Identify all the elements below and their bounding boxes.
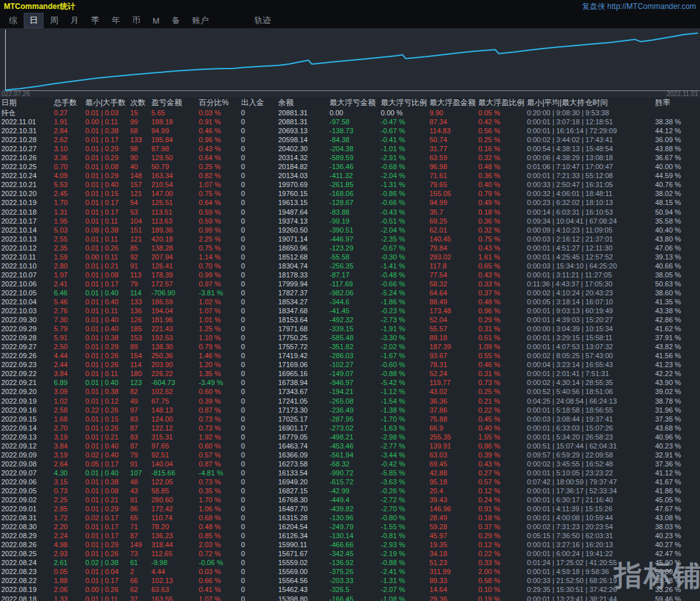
column-header-12[interactable]: 最小|平均|最大持仓时间	[526, 97, 654, 108]
table-row[interactable]: 2022.10.111.590.00 | 0.1192207.941.14 %0…	[0, 252, 700, 261]
cell-trade-count: 40	[126, 162, 149, 171]
menu-item-8[interactable]: 备	[167, 13, 185, 28]
table-row[interactable]: 2022.09.022.250.01 | 0.2191280.601.70 %0…	[0, 495, 700, 504]
menu-item-2[interactable]: 周	[45, 13, 63, 28]
table-row[interactable]: 2022.10.122.350.01 | 0.2685138.280.75 %0…	[0, 243, 700, 252]
table-row[interactable]: 2022.09.151.680.01 | 0.1583124.000.73 %0…	[0, 415, 700, 424]
table-row[interactable]: 2022.08.181.330.01 | 0.1137163.551.07 %0…	[0, 595, 700, 601]
table-row[interactable]: 2022.10.202.450.01 | 0.15121147.000.75 %…	[0, 189, 700, 198]
table-row[interactable]: 2022.08.264.980.01 | 0.29149318.442.03 %…	[0, 540, 700, 549]
table-row[interactable]: 2022.10.215.530.01 | 0.40157210.541.07 %…	[0, 180, 700, 189]
cell-max-float-profit-pct: 0.91 %	[477, 504, 526, 513]
menu-item-7[interactable]: M	[147, 15, 165, 27]
table-row[interactable]: 2022.09.295.790.01 | 0.40185221.431.25 %…	[0, 324, 700, 333]
column-header-3[interactable]: 次数	[126, 97, 149, 108]
table-row[interactable]: 2022.10.032.760.01 | 0.11136194.041.07 %…	[0, 306, 700, 315]
table-row[interactable]: 2022.11.011.910.00 | 0.1199188.180.91 %0…	[0, 117, 700, 126]
table-row[interactable]: 2022.09.232.440.01 | 0.26114203.901.20 %…	[0, 360, 700, 369]
column-header-9[interactable]: 最大浮亏比例	[379, 97, 428, 108]
table-row[interactable]: 2022.10.171.950.01 | 0.11104113.630.59 %…	[0, 217, 700, 226]
table-row[interactable]: 2022.10.263.360.01 | 0.2990129.500.64 %0…	[0, 153, 700, 162]
menu-item-5[interactable]: 年	[106, 13, 125, 28]
cell-max-float-loss: -375.26	[328, 567, 379, 576]
column-header-0[interactable]: 日期	[0, 97, 50, 108]
column-header-2[interactable]: 最小|大手数	[82, 97, 126, 108]
menu-item-trail[interactable]: 轨迹	[249, 13, 276, 28]
cell-deposit-withdraw: 0	[240, 226, 274, 235]
table-row[interactable]: 2022.09.012.850.01 | 0.2986172.421.06 %0…	[0, 504, 700, 513]
table-row[interactable]: 2022.09.082.640.05 | 0.1791140.040.87 %0…	[0, 459, 700, 468]
table-row[interactable]: 2022.10.102.800.01 | 0.2191126.410.70 %0…	[0, 261, 700, 270]
table-row[interactable]: 2022.10.045.460.01 | 0.40133186.591.02 %…	[0, 297, 700, 306]
table-row[interactable]: 2022.10.071.970.01 | 0.08113178.390.99 %…	[0, 270, 700, 279]
table-row[interactable]: 2022.09.285.910.01 | 0.38153192.531.10 %…	[0, 333, 700, 342]
cell-win-rate: 37.91 %	[654, 333, 700, 342]
table-row[interactable]: 2022.09.203.090.01 | 0.3882102.620.60 %0…	[0, 387, 700, 396]
table-row[interactable]: 2022.10.181.310.01 | 0.1753113.510.59 %0…	[0, 208, 700, 217]
column-header-8[interactable]: 最大浮亏金额	[328, 97, 379, 108]
table-row[interactable]: 2022.10.191.700.01 | 0.1754125.510.64 %0…	[0, 198, 700, 207]
cell-win-rate: 40.23 %	[654, 531, 700, 540]
table-row[interactable]: 2022.09.162.580.22 | 0.2697148.130.87 %0…	[0, 406, 700, 415]
menu-item-0[interactable]: 综	[4, 13, 22, 28]
table-row[interactable]: 2022.09.133.190.01 | 0.2183315.311.92 %0…	[0, 432, 700, 441]
cell-balance: 16366.09	[274, 450, 328, 459]
table-row[interactable]: 2022.09.307.300.01 | 0.40126181.961.01 %…	[0, 315, 700, 324]
cell-pnl: 102.62	[149, 387, 194, 396]
table-row[interactable]: 2022.09.074.300.01 | 0.40107-815.66-4.81…	[0, 468, 700, 477]
column-header-5[interactable]: 百分比%	[194, 97, 240, 108]
table-row[interactable]: 2022.09.050.730.01 | 0.084358.850.35 %01…	[0, 486, 700, 495]
site-link[interactable]: 复盘侠 http://MTCommander.com	[582, 1, 696, 12]
cell-date: 2022.10.21	[0, 180, 50, 189]
table-row[interactable]: 2022.08.292.240.01 | 0.1787136.230.85 %0…	[0, 531, 700, 540]
cell-total-lots: 4.44	[50, 351, 82, 360]
table-row[interactable]: 2022.10.056.460.01 | 0.40114-706.90-3.81…	[0, 288, 700, 297]
cell-max-float-profit: 119.77	[428, 378, 477, 387]
table-row[interactable]: 2022.09.123.840.01 | 0.408797.650.60 %01…	[0, 441, 700, 450]
table-row[interactable]: 2022.09.142.700.01 | 0.2687122.120.73 %0…	[0, 424, 700, 432]
table-row[interactable]: 2022.09.191.020.01 | 0.124967.750.39 %01…	[0, 397, 700, 406]
cell-hold-times: 0:04:25 | 24:08:54 | 66:24:13	[526, 397, 654, 406]
menu-item-9[interactable]: 账户	[187, 13, 214, 28]
table-row[interactable]: 2022.08.221.880.01 | 0.1766102.130.66 %0…	[0, 576, 700, 585]
table-row[interactable]: 2022.10.145.030.08 | 0.38151189.360.99 %…	[0, 226, 700, 235]
column-header-10[interactable]: 最大浮盈金额	[428, 97, 477, 108]
menu-item-1[interactable]: 日	[24, 13, 43, 28]
table-row[interactable]: 2022.10.062.410.01 | 0.1779172.570.97 %0…	[0, 279, 700, 288]
table-row[interactable]: 2022.10.273.100.01 | 0.299887.980.43 %02…	[0, 144, 700, 153]
column-header-7[interactable]: 余额	[274, 97, 328, 108]
table-row[interactable]: 2022.09.264.440.01 | 0.26154250.361.46 %…	[0, 351, 700, 360]
cell-deposit-withdraw: 0	[240, 378, 274, 387]
column-header-13[interactable]: 胜率	[654, 97, 700, 108]
column-header-6[interactable]: 出入金	[240, 97, 274, 108]
table-row[interactable]: 2022.10.312.840.01 | 0.386894.990.46 %02…	[0, 126, 700, 135]
table-row[interactable]: 2022.09.223.840.01 | 0.11180226.221.35 %…	[0, 369, 700, 378]
table-row[interactable]: 2022.10.132.550.01 | 0.11121420.182.25 %…	[0, 235, 700, 243]
table-row[interactable]: 2022.10.244.090.01 | 0.29148163.340.82 %…	[0, 171, 700, 180]
cell-trade-count: 85	[126, 243, 149, 252]
cell-minmax-lots: 0.01 | 0.38	[82, 477, 126, 486]
column-header-4[interactable]: 盈亏金额	[149, 97, 194, 108]
cell-deposit-withdraw: 0	[240, 477, 274, 486]
column-header-1[interactable]: 总手数	[50, 97, 82, 108]
menu-item-6[interactable]: 币	[127, 13, 146, 28]
menu-item-4[interactable]: 季	[86, 13, 104, 28]
table-row[interactable]: 2022.08.192.060.00 | 0.266263.630.41 %01…	[0, 585, 700, 594]
column-header-11[interactable]: 最大浮盈比例	[477, 97, 526, 108]
table-row[interactable]: 2022.09.063.150.01 | 0.3848122.050.73 %0…	[0, 477, 700, 486]
table-row[interactable]: 2022.08.252.930.01 | 0.2673112.650.72 %0…	[0, 549, 700, 558]
table-row[interactable]: 2022.08.230.050.01 | 0.0424.440.03 %0155…	[0, 567, 700, 576]
table-row[interactable]: 持仓0.270.01 | 0.03155.650.03 %020881.310.…	[0, 108, 700, 117]
table-row[interactable]: 2022.08.302.200.01 | 0.177178.200.48 %01…	[0, 522, 700, 531]
cell-pnl-pct: 1.92 %	[194, 432, 240, 441]
table-row[interactable]: 2022.09.093.190.02 | 0.407992.510.57 %01…	[0, 450, 700, 459]
table-row[interactable]: 2022.08.242.610.02 | 0.3861-9.98-0.06 %0…	[0, 558, 700, 567]
table-row[interactable]: 2022.10.250.700.01 | 0.084050.790.25 %02…	[0, 162, 700, 171]
table-row[interactable]: 2022.08.311.720.02 | 0.1765110.740.68 %0…	[0, 513, 700, 522]
cell-max-float-profit-pct: 0.32 %	[477, 153, 526, 162]
cell-win-rate: 43.38 %	[654, 306, 700, 315]
table-row[interactable]: 2022.09.216.890.01 | 0.40123-604.73-3.49…	[0, 378, 700, 387]
table-row[interactable]: 2022.09.272.500.01 | 0.2989138.300.79 %0…	[0, 342, 700, 351]
table-row[interactable]: 2022.10.282.620.01 | 0.17133195.840.96 %…	[0, 135, 700, 144]
menu-item-3[interactable]: 月	[65, 13, 84, 28]
